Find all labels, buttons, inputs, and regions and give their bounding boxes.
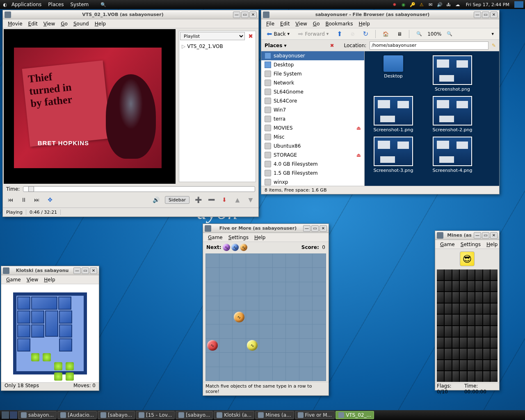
five-cell[interactable] [273, 339, 286, 352]
five-cell[interactable] [206, 282, 219, 296]
mines-titlebar[interactable]: Mines (as — ▭ ✕ [435, 231, 499, 240]
mine-cell[interactable] [452, 315, 459, 325]
five-cell[interactable] [299, 310, 313, 324]
mine-cell[interactable] [460, 292, 467, 303]
smiley-button[interactable]: 😎 [460, 251, 475, 266]
filemgr-menu-bookmarks[interactable]: Bookmarks [323, 20, 355, 27]
mine-cell[interactable] [445, 371, 452, 382]
bottom-launcher-icon[interactable] [10, 411, 17, 419]
mine-cell[interactable] [437, 326, 444, 337]
five-cell[interactable] [206, 339, 219, 352]
mine-cell[interactable] [452, 269, 459, 280]
playlist-selector[interactable]: Playlist [180, 32, 245, 40]
file-item[interactable]: Screenshot-1.png [369, 96, 418, 132]
mine-cell[interactable] [491, 360, 498, 371]
five-cell[interactable] [219, 282, 233, 296]
place-item-win7[interactable]: Win7 [261, 105, 364, 114]
five-board[interactable] [205, 253, 326, 381]
mine-cell[interactable] [468, 349, 475, 359]
mine-cell[interactable] [445, 360, 452, 371]
mine-cell[interactable] [491, 315, 498, 325]
mine-cell[interactable] [468, 292, 475, 303]
mine-cell[interactable] [468, 326, 475, 337]
places-menu[interactable]: Places [45, 1, 67, 8]
mine-cell[interactable] [475, 292, 482, 303]
five-cell[interactable] [246, 353, 259, 366]
five-cell[interactable] [286, 282, 299, 296]
five-cell[interactable] [259, 268, 272, 281]
five-cell[interactable] [206, 268, 219, 281]
mine-cell[interactable] [445, 338, 452, 348]
workspace-switcher-icon[interactable] [514, 1, 523, 8]
five-cell[interactable] [273, 367, 286, 381]
zoom-out-button[interactable]: 🔍 [413, 30, 425, 38]
mine-cell[interactable] [475, 371, 482, 382]
five-menu-settings[interactable]: Settings [226, 234, 251, 241]
task-button-klotski[interactable]: Klotski (a... [214, 411, 254, 419]
five-cell[interactable] [313, 268, 326, 281]
mine-cell[interactable] [452, 281, 459, 292]
mine-cell[interactable] [468, 371, 475, 382]
mine-cell[interactable] [452, 349, 459, 359]
mine-cell[interactable] [460, 304, 467, 314]
task-button-five[interactable]: Five or M... [295, 411, 335, 419]
mine-cell[interactable] [437, 292, 444, 303]
eject-icon[interactable]: ⏏ [356, 152, 361, 158]
five-cell[interactable] [259, 324, 272, 338]
tray-weather-icon[interactable]: ☁ [454, 1, 461, 8]
five-cell[interactable] [299, 296, 313, 310]
five-cell[interactable] [219, 324, 233, 338]
five-cell[interactable] [313, 282, 326, 296]
tray-warning-icon[interactable]: ⚠ [418, 1, 425, 8]
klotski-titlebar[interactable]: Klotski (as sabayonu — ▭ ✕ [1, 266, 99, 275]
mine-cell[interactable] [483, 326, 490, 337]
next-button[interactable]: ⏭ [32, 195, 41, 204]
task-button-firefox[interactable]: [15 - Lov... [136, 411, 175, 419]
mine-cell[interactable] [460, 338, 467, 348]
five-cell[interactable] [233, 296, 246, 310]
remove-button[interactable]: ➖ [207, 195, 216, 204]
mine-cell[interactable] [460, 326, 467, 337]
mine-cell[interactable] [452, 326, 459, 337]
five-cell[interactable] [273, 353, 286, 366]
five-cell[interactable] [259, 367, 272, 381]
mine-cell[interactable] [437, 304, 444, 314]
mine-cell[interactable] [468, 269, 475, 280]
close-button[interactable]: ✕ [90, 267, 97, 274]
five-cell[interactable] [273, 296, 286, 310]
mines-menu-settings[interactable]: Settings [458, 241, 483, 248]
five-cell[interactable] [273, 268, 286, 281]
video-area[interactable]: Thief turned in by father BRET HOPKINS [4, 29, 176, 184]
sidebar-toggle-button[interactable]: Sidebar [165, 196, 189, 204]
task-button-mines[interactable]: Mines (a... [255, 411, 294, 419]
filemgr-menu-edit[interactable]: Edit [278, 20, 292, 27]
close-button[interactable]: ✕ [320, 225, 327, 232]
filemgr-menu-view[interactable]: View [293, 20, 309, 27]
player-menu-help[interactable]: Help [92, 20, 108, 27]
mine-cell[interactable] [437, 315, 444, 325]
five-cell[interactable] [246, 254, 259, 267]
mine-cell[interactable] [445, 269, 452, 280]
five-cell[interactable] [286, 339, 299, 352]
five-cell[interactable] [299, 282, 313, 296]
mine-cell[interactable] [445, 304, 452, 314]
player-menu-movie[interactable]: Movie [5, 20, 25, 27]
five-cell[interactable] [313, 296, 326, 310]
mine-cell[interactable] [491, 269, 498, 280]
five-cell[interactable] [313, 367, 326, 381]
mine-cell[interactable] [475, 269, 482, 280]
filemgr-titlebar[interactable]: sabayonuser - File Browser (as sabayonus… [261, 10, 499, 19]
player-menu-go[interactable]: Go [58, 20, 70, 27]
show-desktop-icon[interactable] [2, 411, 9, 419]
mine-cell[interactable] [468, 281, 475, 292]
mine-cell[interactable] [468, 315, 475, 325]
five-cell[interactable] [286, 367, 299, 381]
klotski-board[interactable] [1, 284, 99, 382]
five-cell[interactable] [246, 324, 259, 338]
five-cell[interactable] [259, 310, 272, 324]
mine-cell[interactable] [491, 349, 498, 359]
mine-cell[interactable] [483, 269, 490, 280]
five-cell[interactable] [233, 268, 246, 281]
five-cell[interactable] [259, 254, 272, 267]
mine-cell[interactable] [483, 360, 490, 371]
